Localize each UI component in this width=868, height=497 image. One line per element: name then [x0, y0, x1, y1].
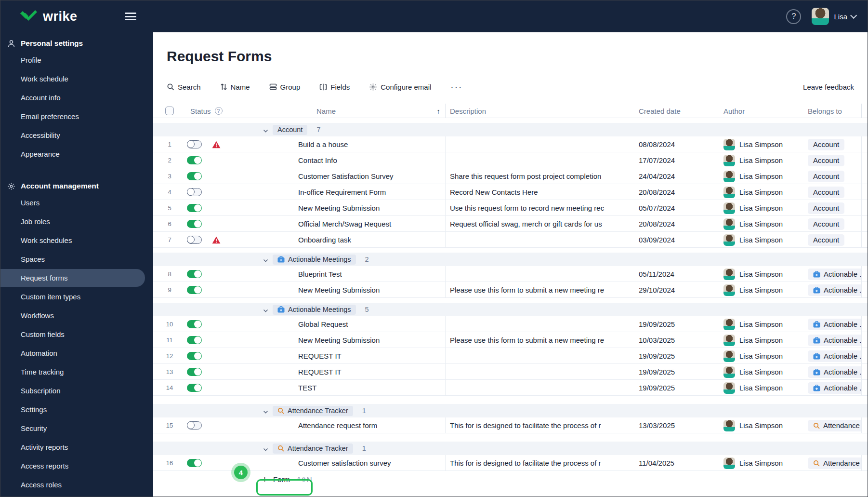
form-name[interactable]: Blueprint Test [263, 270, 445, 278]
form-name[interactable]: Onboarding task [263, 236, 445, 244]
sidebar-item-custom-fields[interactable]: Custom fields [0, 325, 153, 344]
column-description[interactable]: Description [445, 104, 639, 118]
chevron-down-icon[interactable] [850, 12, 857, 19]
form-name[interactable]: Customer Satisfaction Survey [263, 172, 445, 180]
sidebar-item-work-schedule[interactable]: Work schedule [0, 69, 153, 88]
belongs-to-pill[interactable]: Account [808, 202, 844, 214]
form-name[interactable]: New Meeting Submission [263, 336, 445, 344]
belongs-to-pill[interactable]: Actionable ... [808, 284, 862, 296]
sidebar-item-automation[interactable]: Automation [0, 344, 153, 363]
sidebar-item-account-info[interactable]: Account info [0, 88, 153, 107]
belongs-to-pill[interactable]: Attendance [808, 420, 862, 431]
form-name[interactable]: In-office Requirement Form [263, 188, 445, 196]
user-name[interactable]: Lisa [834, 13, 847, 21]
toolbar-search-button[interactable]: Search [167, 83, 201, 91]
help-icon[interactable]: ? [786, 9, 801, 24]
sidebar-item-users[interactable]: Users [0, 193, 153, 212]
column-created-date[interactable]: Created date [639, 107, 723, 115]
belongs-to-pill[interactable]: Actionable ... [808, 366, 862, 378]
column-name[interactable]: Name [316, 107, 336, 115]
toolbar-fields-button[interactable]: Fields [319, 83, 350, 91]
belongs-to-pill[interactable]: Actionable ... [808, 350, 862, 362]
status-toggle[interactable] [187, 368, 202, 376]
form-name[interactable]: REQUEST IT [263, 352, 445, 360]
status-help-icon[interactable]: ? [215, 107, 223, 115]
belongs-to-pill[interactable]: Account [808, 171, 844, 182]
belongs-to-pill[interactable]: Account [808, 139, 844, 150]
belongs-to-pill[interactable]: Attendance [808, 457, 862, 469]
status-toggle[interactable] [187, 172, 202, 180]
belongs-to-pill[interactable]: Account [808, 234, 844, 246]
toolbar-group-button[interactable]: Group [269, 83, 301, 91]
form-name[interactable]: Contact Info [263, 156, 445, 164]
sidebar-item-subscription[interactable]: Subscription [0, 381, 153, 400]
wrike-logo[interactable]: wrike [19, 9, 78, 24]
status-toggle[interactable] [187, 352, 202, 360]
toolbar: SearchNameGroupFieldsConfigure email···L… [167, 81, 854, 93]
status-toggle[interactable] [187, 421, 202, 430]
sort-ascending-icon[interactable]: ↑ [437, 107, 441, 115]
status-toggle[interactable] [187, 270, 202, 278]
status-toggle[interactable] [187, 286, 202, 294]
leave-feedback-link[interactable]: Leave feedback [803, 83, 854, 91]
column-belongs-to[interactable]: Belongs to [808, 104, 862, 118]
sidebar-item-appearance[interactable]: Appearance [0, 145, 153, 163]
sidebar-item-profile[interactable]: Profile [0, 51, 153, 69]
form-name[interactable]: TEST [263, 384, 445, 392]
sidebar-item-security[interactable]: Security [0, 419, 153, 438]
sidebar-item-time-tracking[interactable]: Time tracking [0, 363, 153, 381]
belongs-to-pill[interactable]: Account [808, 218, 844, 230]
toolbar-more-button[interactable]: ··· [450, 81, 462, 92]
belongs-to-pill[interactable]: Actionable ... [808, 319, 862, 330]
belongs-to-pill[interactable]: Account [808, 155, 844, 166]
belongs-to-pill[interactable]: Account [808, 187, 844, 198]
belongs-to-pill[interactable]: Actionable ... [808, 335, 862, 346]
select-all-checkbox[interactable] [165, 107, 174, 115]
sidebar-item-activity-reports[interactable]: Activity reports [0, 438, 153, 457]
status-toggle[interactable] [187, 236, 202, 244]
toolbar-configure-email-button[interactable]: Configure email [369, 83, 431, 91]
sidebar-item-settings[interactable]: Settings [0, 400, 153, 419]
belongs-to-pill[interactable]: Actionable ... [808, 269, 862, 280]
sidebar-item-job-roles[interactable]: Job roles [0, 212, 153, 231]
form-name[interactable]: Attendance request form [263, 421, 445, 430]
user-avatar[interactable] [812, 8, 829, 25]
status-toggle[interactable] [187, 140, 202, 148]
status-toggle[interactable] [187, 220, 202, 228]
group-pill[interactable]: Actionable Meetings [273, 305, 356, 315]
add-form-button[interactable]: + Form ^⇧N [262, 474, 312, 485]
hamburger-menu-icon[interactable] [125, 13, 136, 20]
form-name[interactable]: Global Request [263, 320, 445, 328]
status-toggle[interactable] [187, 156, 202, 164]
sidebar-item-work-schedules[interactable]: Work schedules [0, 231, 153, 250]
sidebar-item-email-preferences[interactable]: Email preferences [0, 107, 153, 126]
author-cell: Lisa Simpson [723, 319, 808, 330]
form-name[interactable]: Official Merch/Swag Request [263, 220, 445, 228]
status-toggle[interactable] [187, 384, 202, 392]
status-toggle[interactable] [187, 459, 202, 467]
group-pill[interactable]: Attendance Tracker [273, 406, 353, 416]
form-name[interactable]: REQUEST IT [263, 368, 445, 376]
sidebar-item-request-forms[interactable]: Request forms [0, 269, 153, 287]
status-toggle[interactable] [187, 188, 202, 196]
sidebar-item-accessibility[interactable]: Accessibility [0, 126, 153, 145]
sidebar-item-access-reports[interactable]: Access reports [0, 457, 153, 475]
toolbar-name-button[interactable]: Name [220, 83, 250, 91]
form-name[interactable]: Build a a house [263, 140, 445, 148]
status-toggle[interactable] [187, 320, 202, 328]
status-toggle[interactable] [187, 336, 202, 344]
form-name[interactable]: New Meeting Submission [263, 204, 445, 212]
sidebar-item-access-roles[interactable]: Access roles [0, 475, 153, 494]
column-author[interactable]: Author [723, 107, 808, 115]
column-status[interactable]: Status [190, 107, 211, 115]
belongs-to-pill[interactable]: Actionable ... [808, 382, 862, 394]
status-toggle[interactable] [187, 204, 202, 212]
group-pill[interactable]: Actionable Meetings [273, 255, 356, 265]
sidebar-item-spaces[interactable]: Spaces [0, 250, 153, 269]
form-name[interactable]: Customer satisfaction survey [263, 459, 445, 467]
group-pill[interactable]: Account [273, 125, 307, 135]
sidebar-item-custom-item-types[interactable]: Custom item types [0, 287, 153, 306]
group-pill[interactable]: Attendance Tracker [273, 443, 353, 454]
form-name[interactable]: New Meeting Submission [263, 286, 445, 294]
sidebar-item-workflows[interactable]: Workflows [0, 306, 153, 325]
